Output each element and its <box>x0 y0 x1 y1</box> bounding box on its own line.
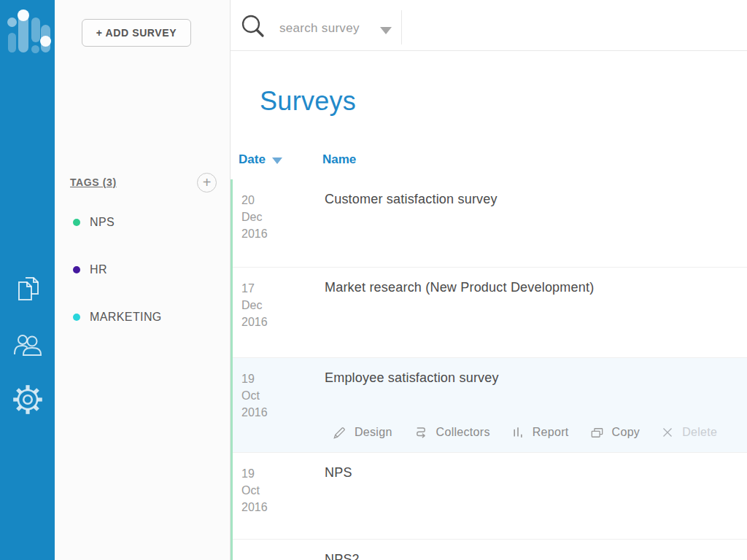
date-year: 2016 <box>241 499 325 516</box>
contacts-icon <box>11 327 44 361</box>
date-year: 2016 <box>241 404 325 421</box>
copy-action-button[interactable]: Copy <box>589 424 640 441</box>
action-label: Collectors <box>436 426 490 439</box>
action-label: Copy <box>612 426 640 439</box>
column-header-date[interactable]: Date <box>239 152 282 167</box>
sort-desc-icon <box>272 158 282 164</box>
tag-item-marketing[interactable]: MARKETING <box>70 309 217 325</box>
survey-list: 20 Dec 2016 Customer satisfaction survey… <box>231 179 747 560</box>
primary-sidebar <box>0 0 55 560</box>
logo-bar <box>31 18 40 42</box>
tags-section: TAGS (3) + NPS HR MARKETING <box>70 172 217 357</box>
date-month: Oct <box>241 387 325 404</box>
documents-icon <box>11 272 44 306</box>
secondary-sidebar: + ADD SURVEY TAGS (3) + NPS HR MARKETING <box>55 0 231 560</box>
tag-color-dot <box>73 314 80 321</box>
tag-item-hr[interactable]: HR <box>70 262 217 278</box>
survey-row-selected[interactable]: 19 Oct 2016 Employee satisfaction survey… <box>233 357 747 452</box>
surveys-nav-item[interactable] <box>10 271 45 306</box>
action-label: Delete <box>682 426 717 439</box>
column-header-name[interactable]: Name <box>322 152 356 167</box>
collectors-action-button[interactable]: Collectors <box>412 424 490 441</box>
date-day: 20 <box>241 192 325 209</box>
tag-label: NPS <box>90 216 115 229</box>
date-year: 2016 <box>241 225 325 242</box>
logo-dot <box>31 45 39 53</box>
survey-row[interactable]: 20 Dec 2016 Customer satisfaction survey <box>233 179 747 267</box>
copy-icon <box>589 424 605 441</box>
contacts-nav-item[interactable] <box>10 327 45 362</box>
divider <box>401 10 402 44</box>
add-survey-button[interactable]: + ADD SURVEY <box>82 19 191 47</box>
date-day: 19 <box>241 370 325 387</box>
tag-color-dot <box>73 266 80 273</box>
date-month: Dec <box>241 209 325 225</box>
date-month: Dec <box>241 297 325 314</box>
report-action-button[interactable]: Report <box>510 424 569 440</box>
survey-name[interactable]: Market research (New Product Development… <box>325 280 594 357</box>
main-content: search survey Surveys Date Name 20 Dec 2… <box>231 0 747 560</box>
app-window: + ADD SURVEY TAGS (3) + NPS HR MARKETING <box>0 0 747 560</box>
tag-label: MARKETING <box>90 311 162 324</box>
search-input[interactable]: search survey <box>279 21 360 36</box>
search-filter-dropdown[interactable] <box>380 24 395 34</box>
settings-gear-icon <box>10 382 45 417</box>
design-action-button[interactable]: Design <box>331 424 392 441</box>
survey-row[interactable]: 17 Dec 2016 Market research (New Product… <box>233 267 747 357</box>
tags-header-row: TAGS (3) + <box>70 172 217 192</box>
survey-date <box>241 552 325 560</box>
survey-name[interactable]: NPS <box>325 465 352 539</box>
date-day: 17 <box>241 280 325 297</box>
chevron-down-icon <box>380 27 392 34</box>
delete-action-button[interactable]: Delete <box>659 424 717 440</box>
column-date-label: Date <box>239 152 266 167</box>
settings-nav-item[interactable] <box>10 382 45 417</box>
tag-item-nps[interactable]: NPS <box>70 214 217 230</box>
date-year: 2016 <box>241 314 325 330</box>
survey-name[interactable]: NPS2 <box>325 552 360 560</box>
survey-date: 17 Dec 2016 <box>241 280 325 357</box>
app-logo[interactable] <box>7 9 48 60</box>
survey-row[interactable]: 19 Oct 2016 NPS <box>233 452 747 539</box>
pencil-icon <box>331 424 348 441</box>
delete-x-icon <box>659 424 676 440</box>
bar-chart-icon <box>510 424 526 440</box>
tag-color-dot <box>73 219 80 226</box>
logo-dot <box>40 36 51 47</box>
page-title: Surveys <box>260 86 356 117</box>
search-icon[interactable] <box>241 14 267 43</box>
tag-label: HR <box>90 263 107 276</box>
action-label: Report <box>533 426 569 439</box>
date-month: Oct <box>241 482 325 499</box>
logo-dot <box>7 18 17 27</box>
date-day: 19 <box>241 465 325 482</box>
add-tag-button[interactable]: + <box>197 173 217 192</box>
survey-date: 20 Dec 2016 <box>241 192 325 267</box>
survey-row[interactable]: NPS2 <box>233 539 747 560</box>
search-bar: search survey <box>231 0 747 51</box>
action-label: Design <box>355 426 392 439</box>
table-header: Date Name <box>231 152 747 168</box>
tags-header[interactable]: TAGS (3) <box>70 176 117 188</box>
survey-date: 19 Oct 2016 <box>241 465 325 539</box>
survey-name[interactable]: Customer satisfaction survey <box>325 192 498 267</box>
rail-nav <box>0 271 55 417</box>
collectors-flow-icon <box>412 424 430 441</box>
logo-dot <box>18 9 29 21</box>
survey-actions-toolbar: Design Collectors <box>331 424 717 441</box>
survey-date: 19 Oct 2016 <box>241 370 325 452</box>
logo-bar <box>8 33 16 52</box>
